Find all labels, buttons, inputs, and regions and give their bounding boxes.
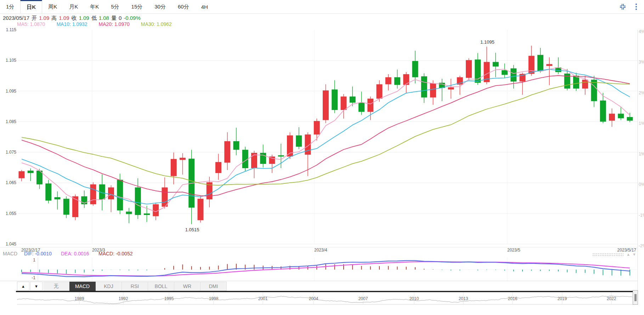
- period-tab-1分[interactable]: 1分: [0, 0, 20, 13]
- chart-canvas: 1.1154%1.1053%1.0952%1.0851%1.0751%1.065…: [0, 0, 644, 315]
- ma-legend-item: MA20: 1.0970: [99, 21, 130, 27]
- indicator-up-button[interactable]: ▲: [17, 282, 29, 291]
- price-axis-label: 1.065: [6, 180, 16, 185]
- ohlc-segment: 1.09: [79, 15, 89, 21]
- price-axis-label: 1.115: [6, 27, 16, 32]
- navigator-year-label: 2013: [459, 296, 468, 301]
- percent-axis-label: 2%: [639, 90, 644, 95]
- macd-legend-item: DEA: 0.0016: [61, 251, 89, 256]
- ohlc-segment: 1.09: [59, 15, 69, 21]
- ma-legend-item: MA5: 1.0870: [17, 21, 45, 27]
- toolbar-icons: [618, 0, 640, 13]
- pane-up-icon[interactable]: ▲: [626, 252, 630, 256]
- period-tab-周K[interactable]: 周K: [42, 0, 63, 13]
- date-axis-label: 2023/4: [314, 248, 327, 253]
- period-tab-月K[interactable]: 月K: [63, 0, 84, 13]
- drag-dots-icon: [592, 253, 623, 256]
- ohlc-segment: 低: [91, 15, 97, 21]
- high-annotation: 1.1095: [480, 39, 495, 45]
- percent-axis-label: 1%: [639, 151, 644, 156]
- period-tab-日K[interactable]: 日K: [20, 0, 42, 13]
- indicator-tab-KDJ[interactable]: KDJ: [96, 282, 122, 291]
- main-chart[interactable]: 1.1154%1.1053%1.0952%1.0851%1.0751%1.065…: [0, 0, 644, 315]
- indicator-tab-BOLL[interactable]: BOLL: [148, 282, 174, 291]
- ohlc-segment: 收: [71, 15, 77, 21]
- price-axis-label: 1.075: [6, 150, 16, 155]
- indicator-tab-MACD[interactable]: MACD: [69, 282, 96, 291]
- price-axis-label: 1.105: [6, 58, 16, 63]
- price-axis-label: 1.085: [6, 119, 16, 124]
- ohlc-info-bar: 2023/05/17开1.09高1.09收1.09低1.08量0-0.09%: [3, 15, 143, 21]
- ma-legend-item: MA30: 1.0962: [141, 21, 172, 27]
- ma-legend-item: MA10: 1.0932: [56, 21, 87, 27]
- period-tab-60分[interactable]: 60分: [172, 0, 195, 13]
- percent-axis-label: -1%: [639, 213, 644, 218]
- date-axis-label: 2023/5/17: [617, 248, 637, 253]
- ohlc-segment: -0.09%: [124, 15, 141, 21]
- handle-grip-icon: [634, 294, 637, 301]
- ma-legend: MA5: 1.0870MA10: 1.0932MA20: 1.0970MA30:…: [17, 21, 183, 27]
- ohlc-segment: 1.08: [99, 15, 109, 21]
- period-tab-30分[interactable]: 30分: [148, 0, 172, 13]
- indicator-tab-RSI[interactable]: RSI: [122, 282, 148, 291]
- pane-down-icon[interactable]: ▼: [632, 252, 636, 256]
- navigator-sparkline: [17, 296, 632, 304]
- price-axis-label: 1.055: [6, 211, 16, 216]
- period-tab-年K[interactable]: 年K: [84, 0, 105, 13]
- percent-axis-label: 3%: [639, 60, 644, 65]
- price-axis-label: 1.095: [6, 89, 16, 94]
- ohlc-segment: 1.09: [39, 15, 49, 21]
- price-axis-label: 1.045: [6, 242, 16, 247]
- navigator-year-label: 1998: [209, 296, 219, 301]
- low-annotation: 1.0515: [185, 227, 199, 232]
- period-tab-5分[interactable]: 5分: [105, 0, 125, 13]
- macd-legend-item: DIF: -0.0010: [24, 251, 52, 256]
- navigator-year-label: 2016: [508, 296, 518, 301]
- navigator-range-handle[interactable]: [633, 290, 638, 305]
- ohlc-segment: 2023/05/17: [3, 15, 29, 21]
- percent-axis-label: -2%: [639, 243, 644, 248]
- macd-legend-item: MACD: -0.0052: [98, 251, 133, 256]
- period-toolbar: 1分日K周K月K年K5分15分30分60分4H: [0, 0, 644, 14]
- indicator-down-button[interactable]: ▼: [30, 282, 43, 291]
- ohlc-segment: 高: [51, 15, 57, 21]
- navigator-year-label: 2022: [607, 296, 616, 301]
- ohlc-segment: 0: [119, 15, 122, 21]
- ohlc-segment: 开: [32, 15, 37, 21]
- percent-axis-label: 4%: [639, 29, 644, 34]
- period-tab-15分[interactable]: 15分: [125, 0, 149, 13]
- navigator-year-label: 1992: [119, 296, 128, 301]
- percent-axis-label: 0%: [639, 182, 644, 187]
- collapse-icon[interactable]: [618, 2, 627, 11]
- navigator-year-label: 2004: [309, 296, 318, 301]
- navigator-year-label: 2007: [358, 296, 368, 301]
- ohlc-segment: 量: [111, 15, 117, 21]
- trading-chart-app: 1.1154%1.1053%1.0952%1.0851%1.0751%1.065…: [0, 0, 644, 315]
- period-tab-4H[interactable]: 4H: [195, 0, 214, 13]
- macd-legend-item: MACD: [3, 251, 17, 256]
- macd-pane-grip[interactable]: ▲ ▼: [592, 252, 638, 256]
- kebab-menu-icon[interactable]: [632, 2, 640, 11]
- indicator-tab-bar: ▲▼无MACDKDJRSIBOLLWRDMI: [17, 282, 227, 291]
- date-axis-label: 2023/5: [507, 248, 520, 253]
- indicator-tab-无[interactable]: 无: [43, 282, 69, 291]
- percent-axis-label: 1%: [639, 121, 644, 126]
- macd-axis-top: 1: [33, 258, 35, 262]
- macd-axis-bottom: -1: [32, 275, 35, 280]
- indicator-tab-DMI[interactable]: DMI: [200, 282, 227, 291]
- navigator-top-bar: [16, 291, 633, 292]
- indicator-tab-WR[interactable]: WR: [174, 282, 200, 291]
